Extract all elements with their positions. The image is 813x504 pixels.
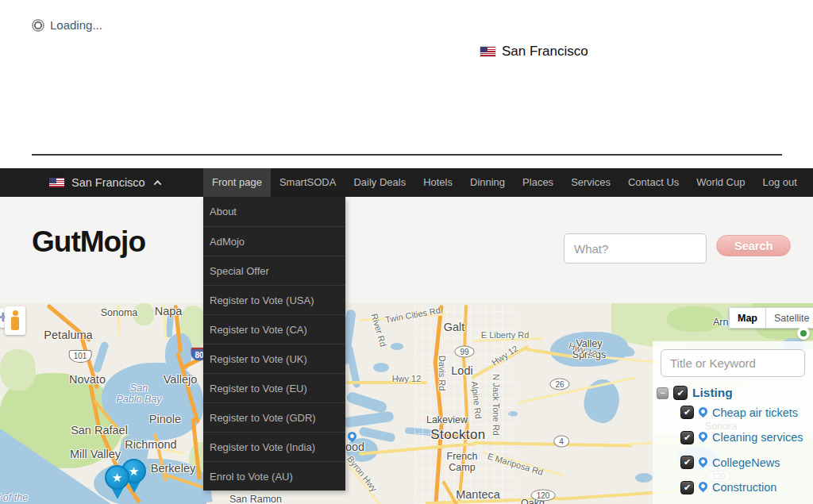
collapse-icon[interactable]: − bbox=[657, 387, 669, 399]
listing-item-row: ✔Cheap air tickets bbox=[680, 406, 798, 419]
nav-item-smartsoda[interactable]: SmartSODA bbox=[271, 168, 345, 197]
listing-root-row: − ✔ Listing bbox=[657, 386, 733, 400]
listing-item-checkbox[interactable]: ✔ bbox=[680, 481, 694, 494]
listing-root-label[interactable]: Listing bbox=[692, 386, 733, 400]
nav-item-front-page[interactable]: Front page bbox=[203, 168, 271, 197]
map-water bbox=[373, 363, 389, 372]
top-section: Loading... San Francisco bbox=[0, 0, 813, 168]
map-label: Napa bbox=[155, 305, 183, 318]
map-label: f of the bbox=[0, 492, 28, 503]
map-label: Stockton bbox=[430, 427, 485, 443]
us-flag-icon bbox=[480, 47, 495, 56]
map-water bbox=[92, 340, 110, 373]
listing-item-label[interactable]: CollegeNews bbox=[712, 456, 780, 469]
listing-item-row: ✔Construction bbox=[680, 481, 776, 494]
nav-item-daily-deals[interactable]: Daily Deals bbox=[345, 168, 414, 197]
dropdown-item-register-to-vote-eu-[interactable]: Register to Vote (EU) bbox=[203, 373, 345, 402]
map-pin-icon bbox=[697, 480, 710, 493]
dropdown-item-register-to-vote-india-[interactable]: Register to Vote (India) bbox=[203, 432, 345, 461]
nav-item-dinning[interactable]: Dinning bbox=[461, 168, 514, 197]
map-label: ood bbox=[345, 441, 364, 454]
map-label: Pinole bbox=[149, 413, 181, 426]
nav-item-log-out[interactable]: Log out bbox=[753, 168, 805, 197]
spinner-icon bbox=[32, 19, 44, 32]
map-marker[interactable]: ★ bbox=[104, 465, 131, 502]
map-label: N Jack Tone Rd bbox=[491, 374, 502, 435]
map-view-button[interactable]: Map bbox=[729, 307, 765, 329]
map-green bbox=[0, 349, 36, 391]
pegman-icon bbox=[11, 310, 19, 331]
listing-item-checkbox[interactable]: ✔ bbox=[680, 431, 694, 444]
satellite-view-button[interactable]: Satellite bbox=[765, 307, 813, 329]
dropdown-item-register-to-vote-gdr-[interactable]: Register to Vote (GDR) bbox=[203, 402, 345, 432]
terrain-toggle-icon[interactable] bbox=[797, 327, 810, 340]
listing-item-label[interactable]: Cheap air tickets bbox=[712, 406, 798, 419]
map-water bbox=[635, 473, 653, 483]
listing-item-row: ✔Cleaning services bbox=[680, 431, 803, 444]
listing-item-checkbox[interactable]: ✔ bbox=[680, 406, 694, 419]
nav-item-world-cup[interactable]: World Cup bbox=[688, 168, 753, 197]
map-label: San Ramon bbox=[229, 494, 282, 504]
map-label: Petaluma bbox=[44, 329, 92, 342]
map-canvas[interactable]: SonomaNapaPetalumaNovatoVallejoSan Pablo… bbox=[0, 303, 813, 504]
dropdown-item-admojo[interactable]: AdMojo bbox=[203, 226, 345, 256]
dropdown-item-about[interactable]: About bbox=[203, 197, 345, 226]
dropdown-item-enrol-to-vote-au-[interactable]: Enrol to Vote (AU) bbox=[203, 461, 345, 491]
nav-item-hotels[interactable]: Hotels bbox=[414, 168, 461, 197]
map-label: Mill Valley bbox=[70, 448, 121, 461]
top-city-label: San Francisco bbox=[502, 44, 588, 60]
map-type-toggle: Map Satellite bbox=[729, 307, 813, 329]
search-input[interactable] bbox=[564, 233, 707, 264]
route-shield-4: 4 bbox=[553, 436, 569, 448]
site-header: GutMojo Search bbox=[0, 197, 813, 303]
listing-item-label[interactable]: Construction bbox=[712, 481, 776, 494]
nav-item-admin[interactable]: admin bbox=[806, 168, 813, 197]
map-label: Hwy 12 bbox=[392, 374, 422, 384]
keyword-input[interactable] bbox=[661, 349, 805, 377]
top-city: San Francisco bbox=[480, 44, 588, 60]
marker-balloon: ★ bbox=[105, 465, 129, 490]
dropdown-item-special-offer[interactable]: Special Offer bbox=[203, 256, 345, 285]
nav-location-label: San Francisco bbox=[71, 176, 145, 189]
route-shield-99: 99 bbox=[454, 346, 474, 358]
map-label: Galt bbox=[444, 321, 465, 334]
map-label: Berkeley bbox=[151, 462, 195, 475]
nav-item-contact-us[interactable]: Contact Us bbox=[619, 168, 688, 197]
star-icon: ★ bbox=[112, 471, 122, 485]
listing-item-label[interactable]: Cleaning services bbox=[712, 431, 803, 444]
map-label: Richmond bbox=[125, 438, 176, 452]
map-water bbox=[391, 343, 403, 350]
map-label: Vallejo bbox=[164, 373, 197, 387]
route-shield-101: 101 bbox=[69, 350, 92, 363]
search-button[interactable]: Search bbox=[716, 235, 791, 256]
dropdown-item-register-to-vote-uk-[interactable]: Register to Vote (UK) bbox=[203, 344, 345, 373]
map-label: French Camp bbox=[447, 451, 478, 474]
map-label: Sonoma bbox=[101, 307, 138, 318]
site-logo: GutMojo bbox=[32, 225, 145, 259]
pegman-control[interactable] bbox=[5, 306, 25, 335]
map-pin-icon bbox=[697, 455, 710, 467]
nav-item-places[interactable]: Places bbox=[514, 168, 562, 197]
map-water bbox=[342, 411, 394, 429]
map-label: E Liberty Rd bbox=[481, 330, 530, 340]
dropdown-item-register-to-vote-usa-[interactable]: Register to Vote (USA) bbox=[203, 285, 345, 314]
map-pin-icon bbox=[697, 430, 710, 443]
map-pin-icon bbox=[697, 405, 710, 417]
map-label: Lakeview bbox=[426, 414, 468, 425]
page: Loading... San Francisco San Francisco F… bbox=[0, 0, 813, 504]
us-flag-icon bbox=[49, 178, 64, 187]
chevron-up-icon bbox=[153, 179, 161, 187]
loading-indicator: Loading... bbox=[32, 18, 102, 32]
map-label: Novato bbox=[69, 373, 106, 387]
loading-text: Loading... bbox=[50, 18, 102, 32]
map-label: San Pablo Bay bbox=[117, 383, 162, 406]
nav-menu: Front pageSmartSODADaily DealsHotelsDinn… bbox=[203, 168, 813, 197]
map-label: Manteca bbox=[456, 488, 500, 502]
listing-root-checkbox[interactable]: ✔ bbox=[673, 386, 688, 400]
map-label: San Rafael bbox=[71, 424, 128, 437]
map-label: Davis Rd bbox=[437, 356, 448, 391]
dropdown-item-register-to-vote-ca-[interactable]: Register to Vote (CA) bbox=[203, 314, 345, 344]
nav-item-services[interactable]: Services bbox=[562, 168, 619, 197]
nav-location-selector[interactable]: San Francisco bbox=[49, 168, 160, 197]
listing-item-checkbox[interactable]: ✔ bbox=[680, 456, 694, 469]
